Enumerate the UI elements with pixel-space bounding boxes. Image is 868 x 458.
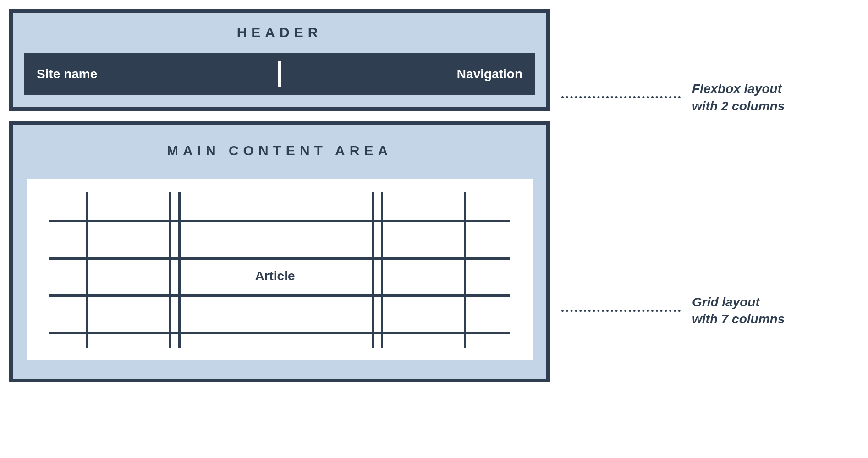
- grid-vertical-line: [372, 192, 374, 348]
- grid-vertical-line: [169, 192, 171, 348]
- grid-vertical-line: [464, 192, 466, 348]
- grid-horizontal-line: [49, 332, 510, 334]
- main-content-panel: MAIN CONTENT AREA Article: [9, 121, 550, 382]
- grid-horizontal-line: [49, 257, 510, 260]
- dotted-leader: [561, 310, 681, 312]
- dotted-leader: [561, 96, 681, 98]
- grid-lines: Article: [49, 192, 510, 348]
- article-label: Article: [247, 267, 303, 285]
- annotation-flexbox: Flexbox layout with 2 columns: [550, 80, 859, 115]
- grid-horizontal-line: [49, 294, 510, 297]
- annotation-text: Grid layout with 7 columns: [692, 294, 785, 328]
- grid-vertical-line: [178, 192, 181, 348]
- grid-layout-area: Article: [27, 179, 533, 360]
- navbar-divider: [278, 61, 281, 87]
- grid-horizontal-line: [49, 220, 510, 222]
- navigation-label: Navigation: [457, 67, 522, 82]
- grid-vertical-line: [86, 192, 88, 348]
- navbar: Site name Navigation: [24, 53, 535, 95]
- header-title: HEADER: [24, 25, 535, 40]
- main-content-title: MAIN CONTENT AREA: [27, 143, 533, 158]
- annotation-grid: Grid layout with 7 columns: [550, 294, 859, 328]
- header-panel: HEADER Site name Navigation: [9, 9, 550, 111]
- site-name-label: Site name: [37, 67, 97, 82]
- grid-vertical-line: [381, 192, 383, 348]
- annotation-text: Flexbox layout with 2 columns: [692, 80, 785, 115]
